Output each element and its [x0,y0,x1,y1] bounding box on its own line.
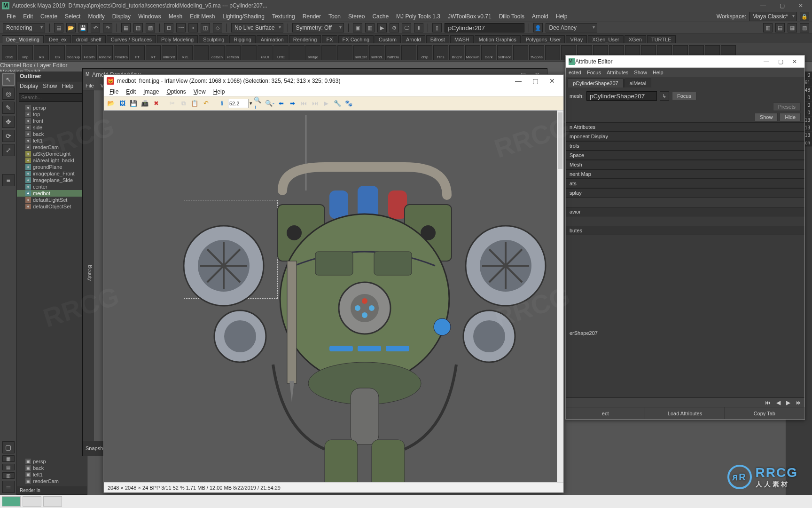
shelf-tab[interactable]: XGen [625,35,646,43]
attr-select-button[interactable]: ect [566,407,645,419]
zoom-out-icon[interactable]: 🔍- [265,98,275,109]
shelf-button[interactable]: PathDu [385,45,400,60]
iv-menu-image[interactable]: Image [141,88,162,95]
rotate-tool-icon[interactable]: ⟳ [2,130,15,142]
shelf-button[interactable]: UTE [273,45,289,60]
prev-image-icon[interactable]: ⬅ [276,98,286,109]
save-icon[interactable]: 💾 [128,98,139,109]
menu-edit[interactable]: Edit [19,12,37,21]
last-tool-icon[interactable]: ≡ [2,174,15,186]
copy-icon[interactable]: ⧉ [178,98,188,109]
snap-plane-icon[interactable]: ◫ [201,23,210,32]
menu-edit-mesh[interactable]: Edit Mesh [186,12,219,21]
maximize-button[interactable]: ▢ [773,1,791,10]
outliner-item[interactable]: ●center [17,183,87,190]
shelf-button[interactable] [513,45,528,60]
first-image-icon[interactable]: ⏮ [298,98,309,109]
menu-mesh[interactable]: Mesh [165,12,186,21]
select-mode-icon[interactable]: ▦ [121,23,131,32]
shelf-tab[interactable]: MASH [450,35,474,43]
paste-icon[interactable]: 📋 [189,98,200,109]
account-dropdown[interactable]: Dee Abney [546,23,597,32]
taskbar-maya-icon[interactable] [2,496,21,507]
pause-icon[interactable]: ⏸ [414,23,423,32]
info-icon[interactable]: ℹ [217,98,227,109]
account-icon[interactable]: 👤 [533,23,543,32]
iv-menu-file[interactable]: File [107,88,121,95]
attr-section[interactable]: Mesh [566,160,804,169]
shelf-button[interactable] [194,45,209,60]
shelf-button[interactable]: fTris [433,45,448,60]
snap-grid-icon[interactable]: ⊞ [164,23,173,32]
symmetry-dropdown[interactable]: Symmetry: Off [292,23,344,32]
outliner-search[interactable] [19,93,85,102]
taskbar-item[interactable] [23,496,41,507]
menu-arnold[interactable]: Arnold [528,12,552,21]
attr-section[interactable]: Space [566,151,804,160]
shelf-tab[interactable]: Curves / Surfaces [107,35,156,43]
shelf-button[interactable]: Health [82,45,97,60]
attr-section[interactable]: avior [566,207,804,216]
iv-close-button[interactable]: ✕ [544,77,561,85]
zoom-field[interactable] [228,99,249,108]
shelf-button[interactable]: mirR2L [369,45,384,60]
select-mode2-icon[interactable]: ▧ [133,23,143,32]
layout-b-icon[interactable]: ▥ [2,472,15,479]
nav-last-icon[interactable]: ⏭ [796,399,802,406]
outliner-item[interactable]: ●medbot [17,190,87,197]
nav-prev-icon[interactable]: ◀ [776,399,781,406]
presets-button[interactable]: Presets [773,103,801,111]
outliner-item[interactable]: ●defaultLightSet [17,197,87,203]
attr-menu[interactable]: Help [653,70,664,75]
iv-scrollbar[interactable] [557,111,563,482]
redo-icon[interactable]: ↷ [103,23,112,32]
shelf-tab[interactable]: Motion Graphics [475,35,521,43]
menu-cache[interactable]: Cache [368,12,392,21]
shelf-tab[interactable]: Rigging [229,35,255,43]
shelf-button[interactable]: cleanup [66,45,81,60]
attribute-editor-window[interactable]: M Attribute Editor — ▢ ✕ ected Focus Att… [565,55,805,420]
outliner-item[interactable]: ●side [17,124,87,131]
shelf-button[interactable] [545,45,560,60]
menu-mjpoly[interactable]: MJ Poly Tools 1.3 [392,12,444,21]
attr-section[interactable]: nent Map [566,169,804,179]
attr-menu[interactable]: Show [634,70,647,75]
shelf-tab[interactable]: Animation [257,35,288,43]
shelf-tab[interactable]: FX [322,35,337,43]
outliner-item[interactable]: ●aiSkyDomeLight [17,151,87,157]
shelf-button[interactable]: rename [98,45,113,60]
shelf-button[interactable]: refresh [226,45,241,60]
slideshow-icon[interactable]: ▶ [321,98,331,109]
shelf-tab[interactable]: Arnold [402,35,425,43]
attr-menu[interactable]: ected [569,70,581,75]
outliner-item[interactable]: ●back [17,131,87,137]
mesh-name-field[interactable] [586,91,657,101]
outliner-item[interactable]: ●top [17,111,87,118]
save-scene-icon[interactable]: 💾 [78,23,88,32]
shelf-button[interactable]: FT [130,45,145,60]
shelf-button[interactable]: imp [18,45,33,60]
lock-icon[interactable]: 🔒 [800,12,809,21]
outliner-item[interactable]: ●renderCam [17,144,87,151]
menu-modify[interactable]: Modify [84,12,108,21]
attr-menu[interactable]: Focus [587,70,601,75]
menu-stereo[interactable]: Stereo [344,12,368,21]
menu-jwtoolbox[interactable]: JWToolBox v0.71 [444,12,495,21]
iv-menu-view[interactable]: View [191,88,209,95]
outliner-menu-display[interactable]: Display [20,83,38,89]
snap-curve-icon[interactable]: 〰 [176,23,186,32]
shelf-button[interactable] [289,45,304,60]
outliner-toggle-icon[interactable]: ≣ [2,481,15,493]
shelf-button[interactable]: ES [50,45,65,60]
menu-help[interactable]: Help [552,12,571,21]
workspace-dropdown[interactable]: Maya Classic* [749,12,797,21]
shelf-button[interactable]: Bright [449,45,464,60]
nav-first-icon[interactable]: ⏮ [765,399,771,406]
shelf-tab[interactable]: Rendering [289,35,321,43]
render-seq-icon[interactable]: ▶ [377,23,387,32]
shelf-button[interactable]: detach [210,45,225,60]
scale-tool-icon[interactable]: ⤢ [2,144,15,156]
attr-section[interactable]: splay [566,188,804,198]
menu-windows[interactable]: Windows [134,12,165,21]
shelf-tab[interactable]: Dee_ex [45,35,71,43]
